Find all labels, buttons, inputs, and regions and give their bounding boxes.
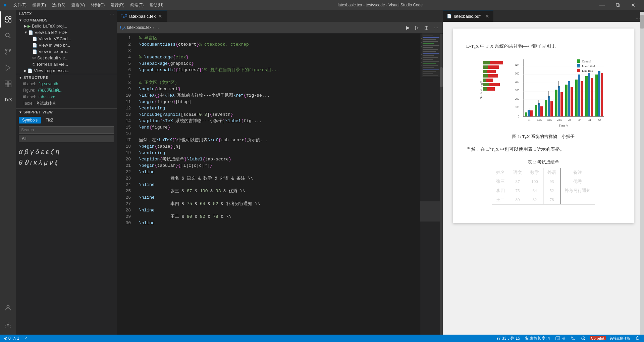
code-line[interactable]: [133, 73, 420, 80]
activity-search-icon[interactable]: [0, 28, 16, 44]
tab-tikz[interactable]: TikZ: [42, 117, 57, 124]
pdf-tab[interactable]: 📄 latexbasic.pdf ✕: [443, 10, 493, 22]
code-line[interactable]: \centering: [133, 105, 420, 111]
struct-item-2[interactable]: #Label: tab-score: [16, 94, 117, 100]
code-line[interactable]: \begin{document}: [133, 86, 420, 92]
activity-explorer-icon[interactable]: [0, 11, 16, 28]
run-current-button[interactable]: ▷: [413, 24, 421, 31]
snippet-search-input[interactable]: [19, 126, 114, 134]
code-line[interactable]: \begin{figure}[htbp]: [133, 99, 420, 105]
pdf-scrollbar[interactable]: [640, 12, 644, 335]
editor-tab-close-icon[interactable]: ✕: [158, 13, 163, 19]
run-button[interactable]: ▶: [404, 24, 412, 31]
view-log-item[interactable]: ▶ 📄 View Log messa...: [16, 67, 117, 74]
code-line[interactable]: \hline: [133, 220, 420, 226]
pdf-tab-close-icon[interactable]: ✕: [485, 13, 489, 19]
snippet-label: SNIPPET VIEW: [23, 110, 53, 114]
split-editor-button[interactable]: ◫: [422, 24, 431, 31]
code-line[interactable]: [133, 48, 420, 54]
code-line[interactable]: 当然，在\LaTeX{}中也可以使用表\ref{tab-score}所示的...: [133, 137, 420, 143]
view-log-chevron-icon: ▶: [24, 69, 27, 72]
view-pdf-item[interactable]: ▼ 📄 View LaTeX PDF: [16, 29, 117, 36]
code-line[interactable]: [133, 131, 420, 137]
code-line[interactable]: \caption{\TeX 系统的吉祥物---小狮子}\label{fig-..…: [133, 118, 420, 124]
code-line[interactable]: \usepackage{graphicx}: [133, 60, 420, 67]
code-line[interactable]: \end{figure}: [133, 124, 420, 131]
menu-edit[interactable]: 编辑(E): [30, 2, 49, 9]
activity-source-control-icon[interactable]: [0, 44, 16, 60]
view-vscode-item[interactable]: 📄 View in VSCod...: [16, 36, 117, 42]
menu-terminal[interactable]: 终端(T): [128, 2, 146, 9]
activity-settings-icon[interactable]: [0, 317, 16, 333]
code-line[interactable]: 张三 & 87 & 100 & 93 & 优秀 \\: [133, 188, 420, 194]
close-button[interactable]: ✕: [625, 0, 641, 10]
activity-latex-icon[interactable]: TEX: [0, 92, 16, 108]
code-line[interactable]: \hline: [133, 169, 420, 175]
struct-item-0[interactable]: #Label: fig-seventh: [16, 81, 117, 87]
editor-scrollbar-thumb[interactable]: [440, 67, 443, 87]
status-bell[interactable]: [634, 336, 641, 341]
snippet-header[interactable]: ▼ SNIPPET VIEW: [16, 109, 117, 115]
status-extra[interactable]: 英特立翻译能: [608, 336, 631, 341]
editor-tab-latexbasic[interactable]: TEX latexbasic.tex ✕: [117, 10, 167, 22]
code-line[interactable]: 李四 & 75 & 64 & 52 & 补考另行通知 \\: [133, 201, 420, 207]
latex-section-header[interactable]: LATEX ···: [16, 10, 117, 17]
maximize-button[interactable]: ⧉: [610, 0, 625, 10]
menu-file[interactable]: 文件(F): [11, 2, 29, 9]
code-line[interactable]: \hline: [133, 207, 420, 213]
menu-select[interactable]: 选择(S): [49, 2, 68, 9]
tab-symbols[interactable]: Symbols: [19, 117, 41, 124]
line-number: 11: [119, 99, 131, 105]
sidebar-more-icon[interactable]: ···: [110, 11, 114, 16]
code-area[interactable]: % 导言区\documentclass{ctexart} % ctexbook,…: [133, 34, 420, 335]
code-line[interactable]: \begin{table}[h]: [133, 143, 420, 150]
status-encoding[interactable]: 汉 英: [554, 336, 567, 341]
code-line[interactable]: \begin{tabular}{|l|c|c|c|r|}: [133, 162, 420, 169]
code-line[interactable]: \caption{考试成绩单}\label{tab-score}: [133, 156, 420, 162]
code-line[interactable]: 王二 & 80 & 82 & 78 & \\: [133, 213, 420, 220]
menu-goto[interactable]: 转到(G): [88, 2, 107, 9]
code-line[interactable]: \documentclass{ctexart} % ctexbook, ctex…: [133, 41, 420, 48]
code-line[interactable]: \graphicspath{{figures/}} % 图片在当前目录下的fig…: [133, 67, 420, 73]
code-line[interactable]: \hline: [133, 182, 420, 188]
status-codriver[interactable]: Copilot: [590, 336, 606, 340]
activity-account-icon[interactable]: [0, 300, 16, 316]
code-line[interactable]: 姓名 & 语文 & 数学 & 外语 & 备注 \\: [133, 175, 420, 182]
commands-section-header[interactable]: ▼ COMMANDS: [16, 17, 117, 23]
code-line[interactable]: % 正文区（文档区）: [133, 80, 420, 86]
status-tab-size[interactable]: 制表符长度: 4: [524, 336, 551, 341]
menu-run[interactable]: 运行(R): [108, 2, 127, 9]
status-checkmark[interactable]: ✓: [23, 336, 29, 341]
menu-view[interactable]: 查看(V): [69, 2, 88, 9]
menu-help[interactable]: 帮助(H): [147, 2, 166, 9]
svg-text:300: 300: [515, 89, 519, 92]
filter-all-button[interactable]: All: [19, 135, 114, 142]
code-line[interactable]: % 导言区: [133, 35, 420, 41]
code-line[interactable]: \includegraphics[scale=0.3]{seventh}: [133, 111, 420, 118]
code-line[interactable]: % \usepackage{ctex}: [133, 54, 420, 60]
struct-name-3: 考试成绩单: [36, 101, 56, 106]
view-extern-item[interactable]: 📄 View in extern...: [16, 48, 117, 55]
editor-scrollbar[interactable]: [440, 34, 443, 335]
struct-item-1[interactable]: Figure: \TeX 系统的...: [16, 87, 117, 94]
code-line[interactable]: \LaTeX{}中\TeX 系统的吉祥物---小狮子见图\ref{fig-se.…: [133, 92, 420, 99]
refresh-item[interactable]: ↻ Refresh all vie...: [16, 61, 117, 67]
build-latex-item[interactable]: ▶ ▶ Build LaTeX proj...: [16, 23, 117, 29]
status-notifications[interactable]: !: [580, 336, 587, 341]
snippet-chevron-icon: ▼: [19, 110, 22, 114]
status-errors[interactable]: ⊘ 0 △ 1: [3, 336, 20, 341]
code-line[interactable]: \centering: [133, 150, 420, 156]
pdf-scrollbar-thumb[interactable]: [640, 15, 644, 29]
set-default-item[interactable]: ⚙ Set default vie...: [16, 55, 117, 61]
view-web-item[interactable]: 📄 View in web br...: [16, 42, 117, 48]
status-row-col[interactable]: 行 33，列 15: [495, 336, 521, 341]
minimize-button[interactable]: —: [594, 0, 610, 10]
status-git[interactable]: [570, 336, 577, 340]
activity-extensions-icon[interactable]: [0, 76, 16, 92]
structure-header[interactable]: ▼ STRUCTURE: [16, 74, 117, 81]
code-line[interactable]: \hline: [133, 194, 420, 201]
activity-run-icon[interactable]: [0, 60, 16, 76]
more-actions-button[interactable]: ···: [432, 24, 440, 31]
editor-area: TEX latexbasic.tex ✕ TEX latexbasic.tex …: [117, 10, 443, 335]
struct-item-3[interactable]: Table: 考试成绩单: [16, 100, 117, 107]
